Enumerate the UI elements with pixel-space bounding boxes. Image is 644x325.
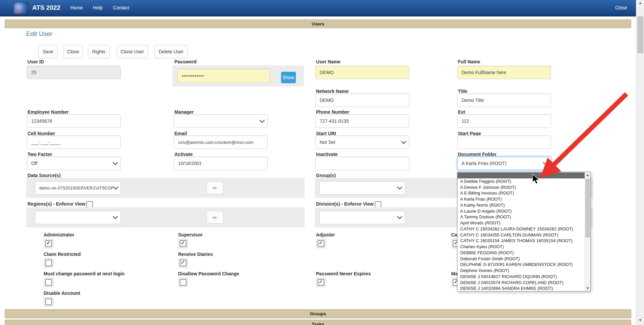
page-scrollbar-thumb[interactable]: [637, 16, 643, 53]
receive-diaries-checkbox-wrap: [178, 258, 188, 268]
receive-diaries-checkbox[interactable]: [180, 260, 186, 266]
phone-number-field[interactable]: 727-431-0135: [315, 114, 409, 128]
dropdown-option[interactable]: CATHY C 15034282 LAURA DOWNEY 15034282 (…: [458, 226, 585, 232]
dropdown-option[interactable]: A Debbie Feggins (ROOT): [458, 178, 585, 184]
start-page-field[interactable]: [457, 136, 551, 149]
dropdown-option[interactable]: April Woods (ROOT): [458, 220, 585, 226]
rights-button[interactable]: Rights: [88, 45, 110, 58]
disable-account-checkbox-wrap: [44, 297, 54, 307]
dropdown-option[interactable]: A E-Billing Invoices (ROOT): [458, 190, 585, 196]
receive-diaries-label: Receive Diaries: [178, 252, 213, 257]
disallow-password-change-checkbox-wrap: [178, 277, 188, 287]
full-name-field[interactable]: Demo FullName here: [457, 66, 551, 79]
users-section-header: Users: [5, 19, 631, 28]
groups-select[interactable]: [319, 181, 405, 195]
chevron-down-icon: [397, 184, 402, 190]
delete-user-button[interactable]: Delete User: [154, 45, 188, 58]
ma-truncated-label: Ma: [451, 271, 458, 276]
supervisor-checkbox-wrap: [178, 238, 188, 249]
ext-field[interactable]: 112: [457, 114, 551, 128]
document-folder-select[interactable]: A Karla Frias (ROOT): [457, 157, 551, 170]
disallow-password-change-label: Disallow Password Change: [178, 271, 239, 276]
supervisor-label: Supervisor: [178, 232, 203, 237]
divisions-enforce-view: Division(s) - Enforce View: [316, 201, 381, 208]
divisions-enforce-view-checkbox[interactable]: [375, 201, 381, 208]
dropdown-option[interactable]: [458, 172, 585, 178]
regions-select[interactable]: [35, 211, 121, 224]
activate-field[interactable]: 10/16/2001: [174, 157, 268, 170]
dropdown-option[interactable]: DELPHINE G 8710091 KAREN UMBDENSTOCK (RO…: [458, 262, 585, 268]
dropdown-option[interactable]: A Kathy Norris (ROOT): [458, 202, 585, 208]
show-password-button[interactable]: Show: [281, 72, 296, 83]
clone-user-button[interactable]: Clone User: [116, 45, 148, 58]
nav-item-help[interactable]: Help: [93, 5, 103, 10]
page-scroll-up-icon[interactable]: [639, 2, 642, 4]
document-folder-value: A Karla Frias (ROOT): [462, 161, 506, 166]
manager-select[interactable]: [174, 114, 268, 128]
dropdown-option[interactable]: A Laurie D Angelo (ROOT): [458, 208, 585, 214]
divisions-select[interactable]: [319, 211, 405, 224]
dropdown-option[interactable]: Deborah Foster-Smith (ROOT): [458, 256, 585, 262]
dropdown-option[interactable]: DENISE J 04014827 RICHARD OQUINN (ROOT): [458, 274, 585, 280]
groups-section-bar[interactable]: Groups: [5, 309, 631, 318]
password-field[interactable]: ••••••••••••: [177, 69, 270, 83]
two-factor-select[interactable]: Off: [27, 157, 121, 170]
dropdown-option[interactable]: CATHY C 16034355 CARLTON DUNMAN (ROOT): [458, 232, 585, 238]
data-source-select[interactable]: demo on ATS2019SERVER1\ATSCOF: [35, 181, 121, 195]
dropdown-scrollbar[interactable]: [585, 172, 590, 291]
activate-label: Activate: [174, 152, 193, 157]
nav-item-contact[interactable]: Contact: [113, 5, 129, 10]
regions-add-remove-button[interactable]: +/-: [207, 211, 223, 224]
disallow-password-change-checkbox[interactable]: [180, 279, 186, 286]
chevron-down-icon: [113, 160, 118, 165]
user-name-field[interactable]: DEMO: [315, 66, 409, 79]
adjuster-checkbox[interactable]: [318, 240, 324, 247]
email-field[interactable]: cziv@atsrmis.com;czivolich@msn.com: [174, 136, 268, 149]
dropdown-option[interactable]: A Denise F Johnson (ROOT): [458, 184, 585, 191]
inactivate-field[interactable]: [315, 157, 409, 170]
nav-close-link[interactable]: Close: [615, 5, 627, 10]
dropdown-option[interactable]: CATHY C 16035154 JAMES THOMAS 16035154 (…: [458, 238, 585, 244]
nav-item-home[interactable]: Home: [70, 5, 83, 10]
network-name-label: Network Name: [316, 89, 348, 94]
chevron-down-icon: [397, 214, 402, 219]
disable-account-checkbox[interactable]: [45, 299, 52, 305]
disable-account-label: Disable Account: [44, 290, 80, 296]
two-factor-value: Off: [31, 161, 37, 166]
scroll-up-icon[interactable]: [585, 172, 590, 178]
regions-enforce-view-checkbox[interactable]: [86, 201, 93, 208]
employee-number-field[interactable]: 12345678: [27, 114, 121, 128]
supervisor-checkbox[interactable]: [180, 240, 186, 247]
dropdown-option[interactable]: DENISE J 04015574 RICHARD COPELAND (ROOT…: [458, 280, 585, 286]
password-never-expires-checkbox[interactable]: [318, 279, 324, 286]
save-button[interactable]: Save: [38, 45, 58, 58]
dropdown-option[interactable]: Charles Kyles (ROOT): [458, 244, 585, 250]
phone-number-label: Phone Number: [316, 109, 350, 115]
tasks-section-bar[interactable]: Tasks: [5, 320, 631, 325]
chevron-down-icon: [543, 160, 548, 165]
start-uri-value: Not Set: [320, 140, 335, 145]
data-source-add-remove-button[interactable]: +/-: [207, 181, 223, 194]
dropdown-option[interactable]: A Tammy Dodson (ROOT): [458, 214, 585, 220]
data-source-value: demo on ATS2019SERVER1\ATSCOF: [39, 185, 114, 191]
dropdown-option[interactable]: DENISE J 14032894 SANDRA EHMKE (ROOT): [458, 285, 585, 291]
start-uri-select[interactable]: Not Set: [315, 136, 409, 149]
dropdown-option[interactable]: DEBBIE FEGGINS (ROOT): [458, 250, 585, 256]
claim-restricted-checkbox[interactable]: [45, 260, 52, 266]
regions-enforce-view: Regions(s) - Enforce View: [28, 201, 93, 208]
dropdown-option[interactable]: Delphine Goines (ROOT): [458, 268, 585, 274]
scroll-down-icon[interactable]: [585, 285, 590, 291]
must-change-password-checkbox[interactable]: [45, 279, 52, 286]
page-scroll-down-icon[interactable]: [639, 319, 642, 321]
password-never-expires-label: Password Never Expires: [316, 271, 371, 276]
dropdown-scrollbar-thumb[interactable]: [585, 179, 590, 237]
page-scrollbar[interactable]: [636, 0, 644, 325]
two-factor-label: Two Factor: [28, 152, 52, 157]
network-name-field[interactable]: DEMO: [315, 94, 409, 107]
close-button[interactable]: Close: [63, 45, 83, 58]
administrator-checkbox[interactable]: [45, 240, 52, 247]
cell-number-field[interactable]: ___-___-____: [27, 136, 121, 149]
dropdown-option[interactable]: A Karla Frias (ROOT): [458, 196, 585, 202]
full-name-label: Full Name: [458, 59, 480, 64]
title-field[interactable]: Demo Title: [457, 94, 551, 107]
